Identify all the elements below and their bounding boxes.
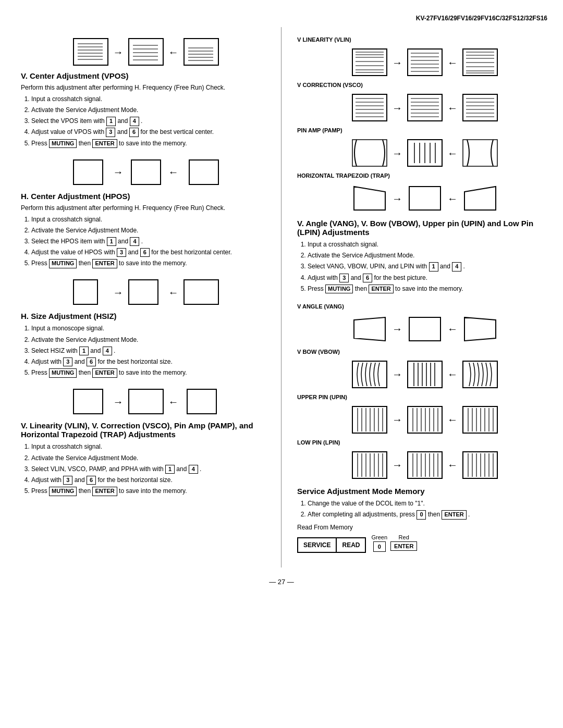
vlin-screen-left — [72, 387, 109, 416]
muting-key-4: MUTING — [49, 487, 77, 496]
memory-section: Service Adjustment Mode Memory Change th… — [297, 487, 553, 553]
vpos-intro: Perform this adjustment after performing… — [21, 83, 271, 92]
key-6b: 6 — [140, 248, 150, 257]
vbow-d-left — [351, 360, 388, 389]
pamp-d-left — [351, 139, 388, 167]
service-cell: SERVICE — [298, 538, 337, 552]
hsiz-step-4: Adjust with 3 and 6 for the best horizon… — [31, 357, 271, 367]
left-column: → ← — [0, 27, 282, 567]
svg-rect-84 — [409, 317, 440, 341]
svg-rect-0 — [74, 39, 108, 65]
key-6c: 6 — [87, 357, 96, 366]
htrap-diagram: → ← — [297, 184, 553, 213]
green-label: Green — [371, 534, 387, 540]
vpos-step-5: Press MUTING then ENTER to save into the… — [31, 139, 271, 149]
muting-key-5: MUTING — [325, 285, 353, 293]
pamp-d-center — [407, 139, 443, 167]
vlin-step-5: Press MUTING then ENTER to save into the… — [31, 486, 271, 496]
hsiz-title: H. Size Adjustment (HSIZ) — [21, 312, 271, 320]
hpos-intro: Perform this adjustment after performing… — [21, 204, 271, 213]
vpos-screen-left — [72, 38, 109, 66]
key-3c: 3 — [63, 357, 72, 366]
vcorr-d-left — [351, 93, 388, 122]
svg-rect-72 — [352, 140, 387, 166]
read-from-memory-label: Read From Memory — [297, 524, 553, 531]
key-4b: 4 — [130, 237, 139, 246]
lpin-arrow-r: → — [392, 460, 402, 470]
svg-marker-80 — [354, 187, 385, 210]
vpos-step-4: Adjust value of VPOS with 3 and 6 for th… — [31, 127, 271, 137]
key-6e: 6 — [363, 274, 372, 282]
svg-rect-19 — [74, 160, 103, 184]
vlin-arrow-r: → — [392, 57, 402, 68]
vcorr-label: V CORRECTION (VSCO) — [297, 82, 553, 88]
svg-rect-13 — [184, 39, 218, 65]
hpos-title: H. Center Adjustment (HPOS) — [21, 192, 271, 201]
lpin-label: LOW PIN (LPIN) — [297, 439, 553, 446]
upin-arrow-l: ← — [447, 414, 458, 425]
key-1: 1 — [106, 117, 116, 126]
muting-key-2: MUTING — [49, 259, 77, 268]
vang-title: V. Angle (VANG), V. Bow (VBOW), Upper pi… — [297, 219, 553, 237]
hsiz-step-3: Select HSIZ with 1 and 4 . — [31, 346, 271, 356]
hsiz-step-2: Activate the Service Adjustment Mode. — [31, 335, 271, 345]
columns: → ← — [0, 27, 563, 567]
arrow-left-4: ← — [168, 397, 179, 407]
vpos-steps: Input a crosshatch signal. Activate the … — [21, 94, 271, 149]
svg-rect-20 — [131, 160, 161, 184]
vcorr-d-center — [407, 93, 443, 122]
vangle-diagram: → ← — [297, 315, 553, 343]
vcorr-arrow-l: ← — [447, 103, 458, 113]
hpos-section: H. Center Adjustment (HPOS) Perform this… — [21, 192, 271, 269]
htrap-label: HORIZONTAL TRAPEZOID (TRAP) — [297, 172, 553, 179]
svg-rect-21 — [189, 160, 218, 184]
lpin-arrow-l: ← — [447, 460, 458, 470]
vpos-top-diagram: → ← — [21, 38, 271, 66]
vlin-title: V. Linearity (VLIN), V. Correction (VSCO… — [21, 421, 271, 439]
vang-steps: Input a crosshatch signal. Activate the … — [297, 240, 553, 294]
hsiz-steps: Input a monoscope signal. Activate the S… — [21, 324, 271, 378]
htrap-d-right — [462, 184, 498, 213]
svg-rect-22 — [74, 280, 97, 304]
page: KV-27FV16/29FV16/29FV16C/32FS12/32FS16 → — [0, 0, 563, 728]
vlin-label: V LINEARITY (VLIN) — [297, 36, 553, 43]
hpos-steps: Input a crosshatch signal. Activate the … — [21, 215, 271, 269]
key-3e: 3 — [339, 274, 349, 282]
hpos-screen-center — [128, 158, 164, 187]
vpos-screen-right — [183, 38, 219, 66]
vangle-d-right — [462, 315, 498, 343]
hpos-screen-right — [183, 158, 219, 187]
upin-d-right — [462, 405, 498, 434]
upin-label: UPPER PIN (UPIN) — [297, 394, 553, 400]
vbow-d-right — [462, 360, 498, 389]
hpos-top-diagram: → ← — [21, 158, 271, 187]
service-read-container: SERVICE READ Green 0 Red ENTER — [297, 534, 553, 553]
svg-marker-82 — [464, 187, 496, 210]
arrow-left-2: ← — [168, 167, 179, 177]
vlin-steps: Input a crosshatch signal. Activate the … — [21, 442, 271, 496]
vbow-arrow-r: → — [392, 369, 402, 379]
hsiz-section: H. Size Adjustment (HSIZ) Input a monosc… — [21, 312, 271, 378]
hpos-step-1: Input a crosshatch signal. — [31, 215, 271, 225]
vpos-step-2: Activate the Service Adjustment Mode. — [31, 105, 271, 115]
vlin-d-left — [351, 48, 388, 77]
lpin-d-right — [462, 451, 498, 479]
arrow-right-2: → — [113, 167, 124, 177]
arrow-right-3: → — [113, 287, 124, 298]
lpin-diagram: → ← — [297, 451, 553, 479]
enter-key-6: ENTER — [442, 510, 466, 519]
vlin-section: V. Linearity (VLIN), V. Correction (VSCO… — [21, 421, 271, 496]
svg-marker-85 — [464, 317, 496, 341]
vlin-top-diagram: → ← — [21, 387, 271, 416]
enter-key-5: ENTER — [369, 285, 393, 293]
pamp-arrow-l: ← — [447, 148, 458, 158]
key-6d: 6 — [87, 476, 96, 485]
vpos-step-1: Input a crosshatch signal. — [31, 94, 271, 104]
pamp-diagram: → ← — [297, 139, 553, 167]
svg-rect-81 — [409, 187, 440, 210]
hpos-step-2: Activate the Service Adjustment Mode. — [31, 226, 271, 236]
red-label: Red — [399, 534, 409, 540]
memory-step-1: Change the value of the DCOL item to "1"… — [308, 499, 553, 509]
vbow-d-center — [407, 360, 443, 389]
hsiz-step-5: Press MUTING then ENTER to save into the… — [31, 368, 271, 378]
